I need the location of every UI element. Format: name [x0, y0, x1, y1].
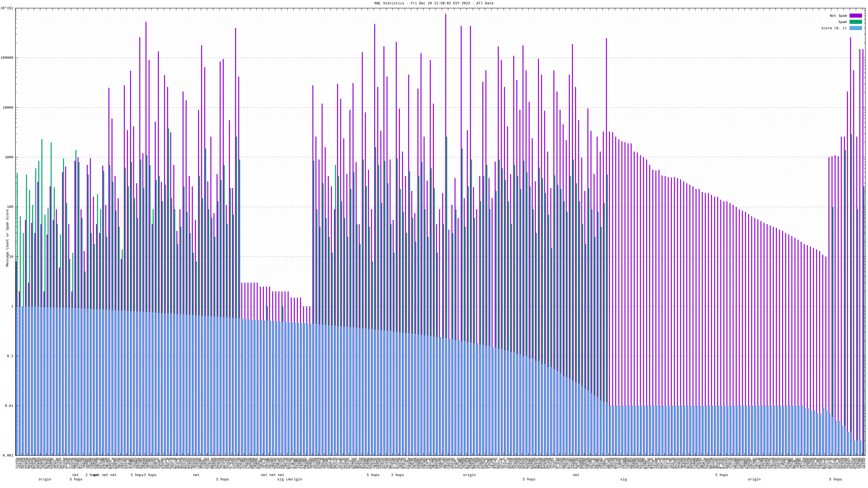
legend-swatch-spam: [849, 20, 862, 24]
x-label-fragment: 3 hops: [144, 473, 156, 477]
x-label-fragment: 5 hops: [70, 477, 83, 481]
svg-text:0.001: 0.001: [3, 453, 13, 457]
rbl-statistics-chart: RBL Statistics - Fri Dec 29 12:58:02 EST…: [0, 0, 868, 488]
legend: Not Spam Spam Score (0..1): [820, 12, 863, 32]
x-label-fragment: net net net: [261, 473, 284, 477]
x-label-fragment: origin: [38, 477, 51, 481]
x-label-fragment: origin: [748, 477, 761, 481]
svg-text:10: 10: [9, 255, 13, 259]
legend-label-not-spam: Not Spam: [830, 13, 847, 18]
legend-entry-spam: Spam: [822, 19, 862, 25]
legend-label-spam: Spam: [838, 20, 847, 24]
x-label-fragment: 5 hops: [367, 473, 379, 477]
legend-swatch-not-spam: [849, 13, 862, 18]
svg-text:1: 1: [11, 304, 13, 308]
x-label-fragment: 5 hops: [216, 477, 229, 481]
svg-text:100000: 100000: [1, 56, 13, 60]
svg-text:0.1: 0.1: [7, 354, 13, 358]
legend-swatch-score: [849, 26, 862, 30]
x-label-fragment: net net net: [93, 473, 117, 477]
x-label-fragment: 5 hops: [523, 477, 535, 481]
x-label-fragment: origin: [289, 477, 302, 481]
legend-label-score: Score (0..1): [822, 26, 847, 30]
plot-area: 1x10^{6}1000001000010001001010.10.010.00…: [0, 0, 868, 488]
x-label-fragment: net: [193, 473, 199, 477]
x-label-garble-row: or13bisogfigbidsgfidpoigfibisogfibiso3gf…: [16, 466, 865, 469]
svg-text:100: 100: [7, 205, 13, 209]
x-label-fragment: sig in: [277, 477, 290, 481]
svg-text:10000: 10000: [3, 105, 13, 109]
legend-entry-not-spam: Not Spam: [822, 12, 862, 19]
x-label-fragment: net: [573, 473, 579, 477]
legend-entry-score: Score (0..1): [822, 25, 862, 31]
svg-text:0.01: 0.01: [5, 404, 13, 408]
x-label-fragment: 5 hops: [131, 473, 144, 477]
x-label-fragment: net: [72, 473, 79, 477]
svg-text:1x10^{6}: 1x10^{6}: [0, 6, 13, 10]
x-label-fragment: sig: [620, 477, 627, 481]
x-label-fragment: 5 hops: [715, 473, 728, 477]
svg-text:1000: 1000: [5, 155, 13, 159]
x-label-fragment: origin: [463, 473, 476, 477]
x-label-fragment: 5 hops: [829, 477, 842, 481]
x-axis-labels: 2@9@94@9@2@96@25@2@2@2@@1 1@@1 0@0@2@6@6…: [16, 457, 865, 487]
x-label-fragment: 3 hops: [391, 473, 404, 477]
